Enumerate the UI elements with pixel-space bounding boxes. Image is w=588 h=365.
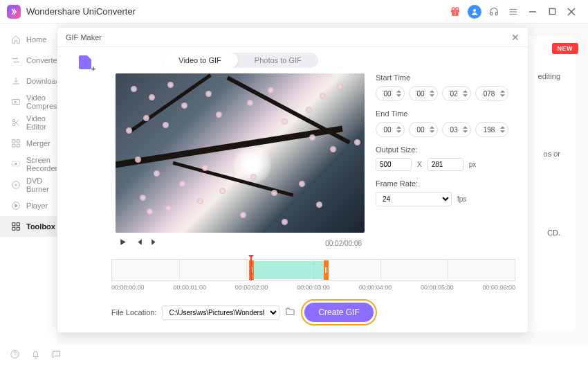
sidebar-item-label: Screen Recorder bbox=[26, 156, 57, 172]
frame-rate-select[interactable]: 24 bbox=[376, 192, 452, 206]
size-separator: X bbox=[417, 161, 422, 168]
svg-rect-16 bbox=[12, 140, 15, 143]
svg-point-22 bbox=[12, 181, 20, 189]
start-ms-spinner[interactable]: 078 bbox=[475, 86, 508, 101]
end-mm-spinner[interactable]: 00 bbox=[409, 122, 438, 137]
sidebar: Home Converter Downloader Video Compress… bbox=[0, 24, 57, 344]
create-button-highlight: Create GIF bbox=[301, 299, 376, 326]
notification-icon[interactable] bbox=[30, 349, 42, 360]
sidebar-item-label: DVD Burner bbox=[26, 177, 57, 193]
minimize-button[interactable] bbox=[523, 2, 542, 21]
svg-rect-26 bbox=[17, 223, 19, 226]
start-hh-spinner[interactable]: 00 bbox=[376, 86, 405, 101]
timeline-selection[interactable] bbox=[251, 261, 326, 279]
timeline-track[interactable] bbox=[111, 259, 515, 281]
sidebar-item-label: Toolbox bbox=[26, 222, 55, 231]
account-icon[interactable] bbox=[465, 2, 484, 21]
end-ss-spinner[interactable]: 03 bbox=[442, 122, 471, 137]
start-time-label: Start Time bbox=[376, 73, 518, 82]
svg-rect-25 bbox=[12, 223, 15, 226]
svg-rect-19 bbox=[17, 144, 19, 147]
chevron-down-icon bbox=[396, 94, 401, 98]
svg-point-4 bbox=[456, 8, 459, 10]
sidebar-item-label: Home bbox=[26, 35, 46, 44]
sidebar-item-label: Video Editor bbox=[26, 114, 57, 131]
sidebar-item-downloader[interactable]: Downloader bbox=[0, 71, 57, 91]
sidebar-item-merger[interactable]: Merger bbox=[0, 133, 57, 154]
end-time-label: End Time bbox=[376, 109, 518, 118]
feedback-icon[interactable] bbox=[51, 349, 62, 360]
add-file-icon[interactable]: + bbox=[79, 55, 94, 71]
menu-icon[interactable] bbox=[504, 2, 523, 21]
file-location-label: File Location: bbox=[111, 308, 156, 317]
output-height-input[interactable] bbox=[428, 158, 463, 171]
gif-maker-modal: GIF Maker ✕ + Video to GIF Photos to GIF bbox=[57, 28, 528, 332]
sidebar-item-toolbox[interactable]: Toolbox bbox=[0, 216, 57, 237]
close-button[interactable] bbox=[562, 2, 581, 21]
svg-point-5 bbox=[473, 9, 476, 12]
svg-rect-2 bbox=[454, 10, 455, 16]
mode-tabs: Video to GIF Photos to GIF bbox=[116, 53, 365, 68]
background-text: os or bbox=[544, 150, 560, 158]
open-folder-icon[interactable] bbox=[285, 306, 295, 319]
end-hh-spinner[interactable]: 00 bbox=[376, 122, 405, 137]
prev-frame-button[interactable] bbox=[134, 237, 143, 249]
modal-footer: File Location: C:\Users\ws\Pictures\Wond… bbox=[57, 291, 528, 326]
sidebar-item-label: Player bbox=[26, 202, 48, 210]
sidebar-item-home[interactable]: Home bbox=[0, 29, 57, 50]
svg-point-21 bbox=[15, 163, 17, 164]
video-preview[interactable] bbox=[116, 73, 365, 233]
create-gif-button[interactable]: Create GIF bbox=[304, 303, 373, 322]
settings-panel: Start Time 00 00 02 078 End Time 00 00 0… bbox=[373, 53, 524, 253]
svg-point-3 bbox=[452, 8, 454, 10]
next-frame-button[interactable] bbox=[150, 237, 159, 249]
sidebar-item-converter[interactable]: Converter bbox=[0, 50, 57, 71]
modal-title: GIF Maker bbox=[66, 33, 102, 42]
app-logo bbox=[7, 5, 21, 19]
svg-rect-28 bbox=[17, 227, 19, 230]
support-icon[interactable] bbox=[484, 2, 504, 21]
size-unit: px bbox=[469, 161, 477, 168]
tab-photos-to-gif[interactable]: Photos to GIF bbox=[238, 53, 318, 68]
playback-time: 00:02/00:06 bbox=[325, 240, 362, 247]
svg-rect-10 bbox=[549, 8, 555, 14]
help-icon[interactable] bbox=[10, 349, 21, 360]
svg-rect-27 bbox=[12, 227, 15, 230]
start-ss-spinner[interactable]: 02 bbox=[442, 86, 471, 101]
svg-rect-17 bbox=[17, 140, 19, 143]
maximize-button[interactable] bbox=[542, 2, 562, 21]
output-size-label: Output Size: bbox=[376, 145, 518, 154]
timeline-labels: 00:00:00:00 00:00:01:00 00:00:02:00 00:0… bbox=[111, 281, 515, 291]
sidebar-item-dvd[interactable]: DVD Burner bbox=[0, 175, 57, 195]
playhead[interactable] bbox=[250, 256, 252, 281]
sidebar-item-recorder[interactable]: Screen Recorder bbox=[0, 154, 57, 175]
frame-rate-label: Frame Rate: bbox=[376, 179, 518, 188]
fps-unit: fps bbox=[457, 195, 466, 203]
sidebar-item-label: Converter bbox=[26, 56, 59, 64]
end-ms-spinner[interactable]: 198 bbox=[475, 122, 508, 137]
svg-rect-18 bbox=[12, 144, 15, 147]
sidebar-item-compressor[interactable]: Video Compressor bbox=[0, 91, 57, 112]
selection-handle-right[interactable] bbox=[324, 260, 329, 280]
tab-video-to-gif[interactable]: Video to GIF bbox=[162, 53, 238, 68]
svg-point-23 bbox=[15, 184, 17, 186]
gift-icon[interactable] bbox=[445, 2, 465, 21]
sidebar-item-editor[interactable]: Video Editor bbox=[0, 112, 57, 133]
title-bar: Wondershare UniConverter bbox=[0, 0, 588, 24]
background-text: editing bbox=[538, 72, 560, 80]
playback-controls: 00:02/00:06 bbox=[116, 233, 365, 253]
background-text: CD. bbox=[547, 229, 560, 237]
sidebar-item-label: Merger bbox=[26, 139, 50, 148]
timeline: 00:00:00:00 00:00:01:00 00:00:02:00 00:0… bbox=[57, 256, 528, 291]
app-title: Wondershare UniConverter bbox=[26, 6, 136, 17]
modal-header: GIF Maker ✕ bbox=[57, 28, 528, 47]
file-location-select[interactable]: C:\Users\ws\Pictures\Wondershare bbox=[162, 305, 279, 320]
new-badge: NEW bbox=[552, 43, 579, 54]
sidebar-item-player[interactable]: Player bbox=[0, 195, 57, 216]
play-button[interactable] bbox=[118, 237, 127, 249]
bottom-bar bbox=[0, 344, 588, 365]
close-icon[interactable]: ✕ bbox=[511, 32, 520, 43]
start-mm-spinner[interactable]: 00 bbox=[409, 86, 438, 101]
output-width-input[interactable] bbox=[376, 158, 412, 171]
